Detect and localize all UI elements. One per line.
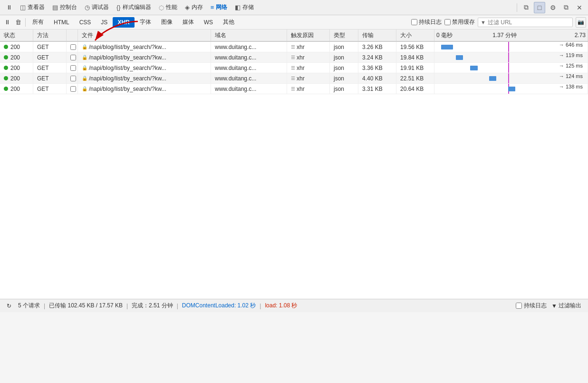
network-panel: ⏸ 🗑 所有 HTML CSS JS XHR 字体 图像 [0, 15, 588, 312]
td-size-2: 19.84 KB [396, 52, 434, 62]
sep-2: | [126, 303, 128, 309]
pause-record-btn[interactable]: ⏸ [3, 2, 16, 12]
disable-cache-label[interactable]: 禁用缓存 [444, 18, 475, 26]
tab-js[interactable]: JS [96, 17, 112, 28]
lock-icon-4: 🔒 [82, 76, 87, 81]
timeline-bar-3 [470, 66, 477, 70]
td-check-4 [67, 73, 78, 83]
debugger-icon: ◷ [85, 4, 90, 11]
timeline-marker-2 [508, 52, 509, 62]
th-type-label: 类型 [334, 31, 345, 39]
close-btn[interactable]: ✕ [574, 2, 585, 13]
clear-btn[interactable]: 🗑 [13, 17, 23, 28]
settings-btn[interactable]: ⚙ [547, 2, 559, 13]
trigger-5: xhr [297, 86, 305, 92]
tab-css-label: CSS [79, 19, 91, 26]
sep-3: | [177, 303, 178, 309]
td-type-1: json [330, 42, 358, 52]
th-method[interactable]: 方法 [33, 29, 67, 41]
th-size-label: 大小 [400, 31, 412, 39]
dock-bottom-btn[interactable]: □ [534, 2, 545, 13]
row-check-1[interactable] [70, 44, 76, 50]
tab-other[interactable]: 其他 [218, 16, 239, 28]
tab-media[interactable]: 媒体 [178, 16, 199, 28]
td-method-3: GET [33, 63, 67, 73]
timeline-bar-5 [508, 87, 515, 91]
table-row[interactable]: 200 GET 🔒 /napi/blog/list/by_search/?kw.… [0, 84, 588, 94]
tab-ws[interactable]: WS [199, 17, 218, 28]
tab-ws-label: WS [204, 19, 213, 26]
timing-3: → 125 ms [559, 63, 583, 69]
performance-btn[interactable]: ◌ 性能 [155, 2, 181, 13]
td-domain-5: www.duitang.c... [211, 84, 287, 94]
table-row[interactable]: 200 GET 🔒 /napi/blog/list/by_search/?kw.… [0, 52, 588, 63]
persist-log-checkbox[interactable] [411, 19, 417, 25]
th-type[interactable]: 类型 [330, 29, 358, 41]
lock-icon-2: 🔒 [82, 55, 87, 60]
capture-screenshot-btn[interactable]: 📷 [576, 17, 586, 28]
transferred-info: 已传输 102.45 KB / 17.57 KB [49, 302, 123, 310]
tab-html[interactable]: HTML [49, 17, 74, 28]
th-domain[interactable]: 域名 [211, 29, 287, 41]
td-status-1: 200 [0, 42, 33, 52]
network-btn[interactable]: ≡ 网络 [207, 2, 231, 13]
style-editor-btn[interactable]: {} 样式编辑器 [113, 2, 154, 13]
dock-left-btn[interactable]: ⧉ [521, 2, 532, 13]
th-t1-label: 0 毫秒 [436, 31, 453, 39]
th-method-label: 方法 [37, 31, 48, 39]
inspector-icon: ◫ [20, 4, 26, 11]
clear-filter-icon: ↻ [7, 303, 11, 309]
perf-icon: ◌ [159, 4, 164, 11]
url-filter-input[interactable] [488, 19, 570, 26]
status-dot-4 [4, 76, 8, 80]
pause-recording-btn[interactable]: ⏸ [2, 17, 12, 28]
trigger-badge-1: ☰ [291, 44, 295, 49]
debugger-btn[interactable]: ◷ 调试器 [81, 2, 112, 13]
table-row[interactable]: 200 GET 🔒 /napi/blog/list/by_search/?kw.… [0, 42, 588, 52]
th-status[interactable]: 状态 [0, 29, 33, 41]
td-check-3 [67, 63, 78, 73]
table-row[interactable]: 200 GET 🔒 /napi/blog/list/by_search/?kw.… [0, 63, 588, 73]
inspector-btn[interactable]: ◫ 查看器 [17, 2, 48, 13]
td-timeline-3: → 125 ms [434, 63, 588, 73]
tab-font[interactable]: 字体 [135, 16, 156, 28]
tab-all[interactable]: 所有 [28, 16, 48, 28]
finish-time: 完成：2.51 分钟 [132, 302, 173, 310]
th-size[interactable]: 大小 [396, 29, 434, 41]
th-file-label: 文件 [82, 31, 93, 39]
filter-row-right: 持续日志 禁用缓存 ▼ 📷 [411, 17, 586, 28]
trigger-badge-4: ☰ [291, 76, 295, 81]
storage-btn[interactable]: ◧ 存储 [231, 2, 257, 13]
td-trigger-3: ☰ xhr [287, 63, 330, 73]
status-dot-5 [4, 87, 8, 91]
load-time: load: 1.08 秒 [265, 302, 297, 310]
tab-xhr[interactable]: XHR [113, 17, 134, 28]
persist-log-bottom-checkbox[interactable] [516, 303, 522, 309]
row-check-3[interactable] [70, 65, 76, 71]
row-check-4[interactable] [70, 76, 76, 81]
td-transfer-2: 3.24 KB [358, 52, 396, 62]
table-row[interactable]: 200 GET 🔒 /napi/blog/list/by_search/?kw.… [0, 73, 588, 84]
th-status-label: 状态 [4, 31, 15, 39]
timeline-marker-4 [508, 73, 509, 83]
filter-output-btn[interactable]: ▼ 过滤输出 [549, 301, 584, 311]
overflow-btn[interactable]: ⧉ [560, 2, 572, 13]
row-check-2[interactable] [70, 55, 76, 60]
filter-output-label: 过滤输出 [559, 302, 581, 310]
persist-log-label[interactable]: 持续日志 [411, 18, 442, 26]
console-btn[interactable]: ▤ 控制台 [49, 2, 80, 13]
td-transfer-1: 3.26 KB [358, 42, 396, 52]
th-trigger[interactable]: 触发原因 [287, 29, 330, 41]
tab-js-label: JS [101, 19, 107, 26]
memory-btn[interactable]: ◈ 内存 [182, 2, 206, 13]
tab-image[interactable]: 图像 [156, 16, 177, 28]
td-method-2: GET [33, 52, 67, 62]
td-domain-1: www.duitang.c... [211, 42, 287, 52]
th-file[interactable]: 文件 [78, 29, 211, 41]
clear-filter-btn[interactable]: ↻ [4, 302, 14, 310]
disable-cache-checkbox[interactable] [444, 19, 451, 25]
th-transfer[interactable]: 传输 [358, 29, 396, 41]
tab-css[interactable]: CSS [75, 17, 96, 28]
th-timeline[interactable]: 0 毫秒 1.37 分钟 2.73 [434, 29, 588, 41]
row-check-5[interactable] [70, 86, 76, 92]
